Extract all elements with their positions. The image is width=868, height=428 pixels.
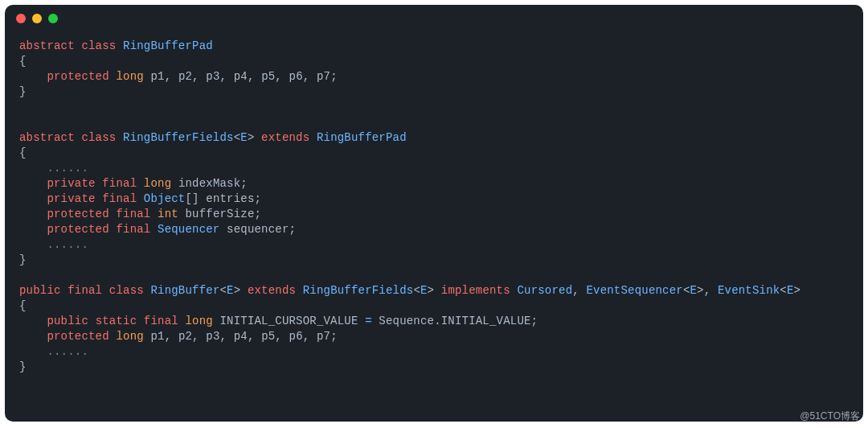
kw-final: final	[116, 208, 150, 220]
var-p1: p1	[150, 70, 164, 83]
var-p6: p6	[289, 330, 303, 343]
var-buffersize: bufferSize	[185, 208, 254, 220]
rbrace: }	[19, 253, 27, 266]
kw-class: class	[109, 284, 144, 297]
ty-long: long	[116, 330, 143, 343]
kw-public: public	[19, 284, 61, 297]
kw-protected: protected	[47, 223, 108, 236]
kw-final: final	[144, 315, 178, 327]
zoom-icon[interactable]	[48, 14, 58, 23]
kw-class: class	[81, 39, 116, 52]
kw-abstract: abstract	[19, 39, 75, 52]
kw-public: public	[47, 315, 88, 327]
semi: ;	[531, 315, 538, 327]
var-p4: p4	[234, 70, 248, 83]
comma: ,	[192, 70, 199, 83]
kw-final: final	[102, 177, 137, 190]
kw-final: final	[102, 192, 137, 205]
var-p1: p1	[150, 330, 164, 343]
semi: ;	[289, 223, 297, 236]
comma: ,	[275, 70, 282, 83]
lt: <	[780, 284, 787, 297]
gt: >	[697, 284, 704, 297]
var-initial-cursor-value: INITIAL_CURSOR_VALUE	[219, 315, 358, 327]
type-sequence: Sequence	[379, 315, 434, 327]
ty-long: long	[185, 315, 212, 327]
kw-protected: protected	[47, 208, 108, 220]
type-cursored: Cursored	[517, 284, 572, 297]
comma: ,	[572, 284, 579, 297]
minimize-icon[interactable]	[32, 14, 42, 23]
semi: ;	[255, 192, 262, 205]
comma: ,	[303, 330, 310, 343]
ty-long: long	[116, 70, 143, 83]
var-indexmask: indexMask	[178, 177, 240, 190]
comma: ,	[165, 70, 172, 83]
var-p2: p2	[178, 330, 192, 343]
comma: ,	[248, 70, 255, 83]
watermark-text: @51CTO博客	[800, 409, 860, 423]
comma: ,	[220, 70, 227, 83]
type-e: E	[787, 284, 794, 297]
kw-implements: implements	[441, 284, 510, 297]
gt: >	[428, 284, 435, 297]
type-e: E	[420, 284, 428, 297]
var-p4: p4	[234, 330, 248, 343]
kw-extends: extends	[248, 284, 296, 297]
kw-private: private	[47, 192, 95, 205]
comma: ,	[248, 330, 255, 343]
lt: <	[413, 284, 420, 297]
var-initial-value: INITIAL_VALUE	[441, 315, 531, 327]
lt: <	[683, 284, 690, 297]
kw-protected: protected	[47, 70, 108, 83]
var-p3: p3	[206, 70, 219, 83]
ellipsis: ......	[47, 238, 88, 251]
comma: ,	[220, 330, 227, 343]
ty-long: long	[144, 177, 171, 190]
gt: >	[248, 131, 255, 144]
lbracket: [	[185, 192, 192, 205]
kw-private: private	[47, 177, 95, 190]
rbracket: ]	[192, 192, 199, 205]
type-ringbufferfields: RingBufferFields	[123, 131, 234, 144]
kw-protected: protected	[47, 330, 108, 343]
semi: ;	[330, 70, 338, 83]
kw-final: final	[68, 284, 102, 297]
semi: ;	[255, 208, 262, 220]
type-sequencer: Sequencer	[158, 223, 219, 236]
gt: >	[794, 284, 801, 297]
lbrace: {	[19, 146, 27, 159]
comma: ,	[165, 330, 172, 343]
var-p5: p5	[261, 330, 275, 343]
rbrace: }	[19, 85, 27, 98]
op-eq: =	[365, 315, 372, 327]
close-icon[interactable]	[16, 14, 26, 23]
lbrace: {	[19, 55, 27, 68]
ellipsis: ......	[47, 345, 88, 358]
var-p2: p2	[178, 70, 192, 83]
type-e: E	[240, 131, 248, 144]
type-object: Object	[144, 192, 186, 205]
type-ringbufferfields: RingBufferFields	[303, 284, 414, 297]
code-window: abstract class RingBufferPad { protected…	[5, 5, 863, 422]
gt: >	[234, 284, 241, 297]
window-titlebar	[5, 5, 863, 32]
type-e: E	[690, 284, 698, 297]
var-p3: p3	[206, 330, 219, 343]
kw-abstract: abstract	[19, 131, 75, 144]
var-entries: entries	[206, 192, 254, 205]
semi: ;	[330, 330, 338, 343]
type-ringbuffer: RingBuffer	[150, 284, 219, 297]
type-eventsequencer: EventSequencer	[586, 284, 682, 297]
var-sequencer: sequencer	[227, 223, 289, 236]
comma: ,	[275, 330, 282, 343]
kw-final: final	[116, 223, 150, 236]
dot: .	[434, 315, 441, 327]
var-p7: p7	[317, 330, 330, 343]
kw-extends: extends	[261, 131, 309, 144]
comma: ,	[704, 284, 711, 297]
ellipsis: ......	[47, 162, 88, 175]
type-ringbufferpad: RingBufferPad	[123, 39, 213, 52]
lbrace: {	[19, 299, 27, 312]
var-p7: p7	[317, 70, 330, 83]
